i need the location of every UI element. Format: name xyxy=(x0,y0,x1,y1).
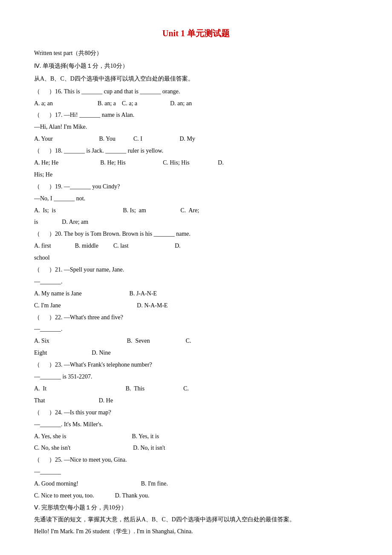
q18-options2: His; He xyxy=(34,169,358,180)
q21-line2: —_______. xyxy=(34,276,358,287)
q24-line2: —_______. It's Ms. Miller's. xyxy=(34,419,358,430)
q25-line2: —_______ xyxy=(34,466,358,477)
q25-options2: C. Nice to meet you, too. D. Thank you. xyxy=(34,490,358,501)
section-iv-instruction: 从A、B、C、D四个选项中选择可以填入空白处的最佳答案。 xyxy=(34,73,358,84)
q21-options2: C. I'm Jane D. N-A-M-E xyxy=(34,300,358,311)
q20-options1: A. first B. middle C. last D. xyxy=(34,240,358,251)
q23-line2: —_______ is 351-2207. xyxy=(34,371,358,382)
q17-line1: （ ）17. —Hi! _______ name is Alan. xyxy=(34,110,358,121)
page-title: Unit 1 单元测试题 xyxy=(34,26,358,41)
q24-options2: C. No, she isn't D. No, it isn't xyxy=(34,442,358,454)
q22-options2: Eight D. Nine xyxy=(34,347,358,358)
q22-options1: A. Six B. Seven C. xyxy=(34,335,358,347)
q19-options1: A. Is; is B. Is; am C. Are; xyxy=(34,205,358,216)
passage-line1: Hello! I'm Mark. I'm 26 student（学生）. I'm… xyxy=(34,526,358,537)
q19-options2: is D. Are; am xyxy=(34,217,358,228)
q24-line1: （ ）24. —Is this your map? xyxy=(34,407,358,418)
section-iv-header: Ⅳ. 单项选择(每小题１分，共10分） xyxy=(34,61,358,72)
q23-options2: That D. He xyxy=(34,395,358,406)
section-v-header: Ⅴ. 完形填空(每小题１分，共10分） xyxy=(34,502,358,513)
q16-options: A. a; an B. an; a C. a; a D. an; an xyxy=(34,98,358,109)
q21-options1: A. My name is Jane B. J-A-N-E xyxy=(34,288,358,299)
q18-options1: A. He; He B. He; His C. His; His D. xyxy=(34,157,358,168)
q18-line: （ ）18. _______ is Jack. _______ ruler is… xyxy=(34,145,358,156)
q16-line: （ ）16. This is _______ cup and that is _… xyxy=(34,86,358,97)
q25-options1: A. Good morning! B. I'm fine. xyxy=(34,478,358,489)
written-test-header: Written test part（共80分） xyxy=(34,48,358,59)
q25-line1: （ ）25. —Nice to meet you, Gina. xyxy=(34,454,358,465)
q23-options1: A. It B. This C. xyxy=(34,383,358,394)
q19-line2: —No, I _______ not. xyxy=(34,193,358,204)
page-container: Unit 1 单元测试题 Written test part（共80分） Ⅳ. … xyxy=(34,26,358,537)
q20-options2: school xyxy=(34,252,358,263)
q22-line1: （ ）22. —What's three and five? xyxy=(34,312,358,323)
q24-options1: A. Yes, she is B. Yes, it is xyxy=(34,431,358,442)
q17-line2: —Hi, Alan! I'm Mike. xyxy=(34,121,358,133)
q20-line: （ ）20. The boy is Tom Brown. Brown is hi… xyxy=(34,228,358,240)
q23-line1: （ ）23. —What's Frank's telephone number? xyxy=(34,359,358,370)
q21-line1: （ ）21. —Spell your name, Jane. xyxy=(34,264,358,275)
q17-options: A. Your B. You C. I D. My xyxy=(34,133,358,145)
section-v-instruction: 先通读下面的短文，掌握其大意，然后从A、B、C、D四个选项中选择可以填入空白处的… xyxy=(34,514,358,525)
q22-line2: —_______. xyxy=(34,324,358,335)
q19-line1: （ ）19. —_______ you Cindy? xyxy=(34,181,358,192)
